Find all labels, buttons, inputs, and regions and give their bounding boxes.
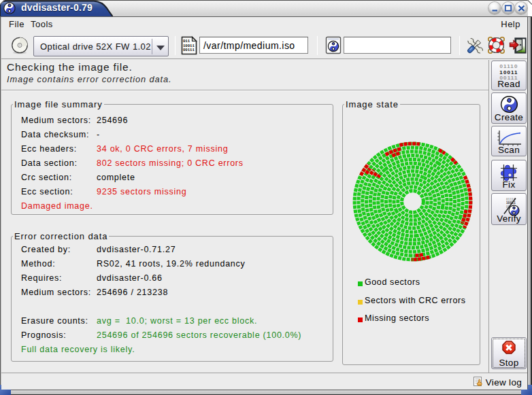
svg-text:00111: 00111: [183, 48, 195, 52]
